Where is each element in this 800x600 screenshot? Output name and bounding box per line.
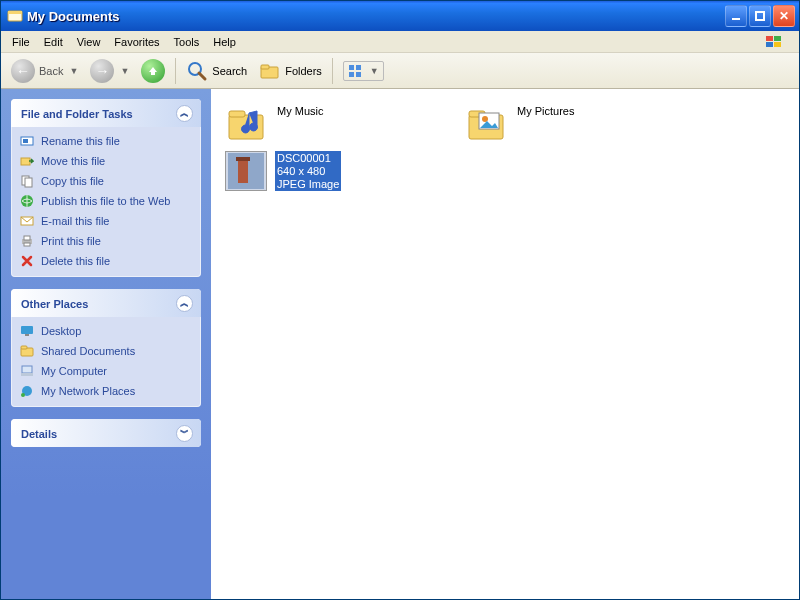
other-places-panel: Other Places ︽ Desktop Shared Documents …: [11, 289, 201, 407]
details-header[interactable]: Details ︾: [11, 419, 201, 447]
folder-view[interactable]: My Music My Pictures DSC00001 640 x 480 …: [211, 89, 799, 599]
views-dropdown-icon[interactable]: ▼: [370, 66, 379, 76]
forward-button[interactable]: → ▼: [86, 57, 133, 85]
svg-rect-7: [774, 42, 781, 47]
move-icon: [19, 153, 35, 169]
forward-icon: →: [90, 59, 114, 83]
file-tasks-header[interactable]: File and Folder Tasks ︽: [11, 99, 201, 127]
svg-rect-42: [236, 157, 250, 161]
file-item-dsc00001[interactable]: DSC00001 640 x 480 JPEG Image: [221, 147, 461, 195]
svg-rect-35: [229, 111, 245, 117]
my-computer-icon: [19, 363, 35, 379]
place-my-computer[interactable]: My Computer: [19, 361, 193, 381]
svg-rect-41: [238, 159, 248, 183]
file-tasks-title: File and Folder Tasks: [21, 108, 133, 120]
menu-view[interactable]: View: [70, 34, 108, 50]
task-label: Copy this file: [41, 175, 104, 187]
menu-favorites[interactable]: Favorites: [107, 34, 166, 50]
rename-icon: [19, 133, 35, 149]
svg-point-33: [21, 393, 25, 397]
other-places-header[interactable]: Other Places ︽: [11, 289, 201, 317]
svg-rect-25: [24, 243, 30, 246]
svg-rect-1: [8, 11, 22, 14]
menu-tools[interactable]: Tools: [167, 34, 207, 50]
print-icon: [19, 233, 35, 249]
svg-rect-13: [356, 65, 361, 70]
svg-point-39: [482, 116, 488, 122]
task-rename[interactable]: Rename this file: [19, 131, 193, 151]
task-copy[interactable]: Copy this file: [19, 171, 193, 191]
maximize-button[interactable]: [749, 5, 771, 27]
shared-docs-icon: [19, 343, 35, 359]
collapse-icon[interactable]: ︽: [176, 105, 193, 122]
toolbar: ← Back ▼ → ▼ Search Folders ▼: [1, 53, 799, 89]
back-icon: ←: [11, 59, 35, 83]
menu-help[interactable]: Help: [206, 34, 243, 50]
place-label: My Computer: [41, 365, 107, 377]
menu-file[interactable]: File: [5, 34, 37, 50]
place-network[interactable]: My Network Places: [19, 381, 193, 401]
svg-rect-30: [22, 366, 32, 373]
svg-rect-12: [349, 65, 354, 70]
svg-rect-29: [21, 346, 27, 349]
publish-icon: [19, 193, 35, 209]
menu-edit[interactable]: Edit: [37, 34, 70, 50]
item-label: My Pictures: [517, 103, 574, 117]
task-email[interactable]: E-mail this file: [19, 211, 193, 231]
task-pane: File and Folder Tasks ︽ Rename this file…: [1, 89, 211, 599]
forward-dropdown-icon[interactable]: ▼: [120, 66, 129, 76]
window-title: My Documents: [27, 9, 119, 24]
folder-item-my-pictures[interactable]: My Pictures: [461, 99, 701, 147]
image-thumb-icon: [225, 151, 267, 191]
title-bar: My Documents ✕: [1, 1, 799, 31]
svg-rect-17: [23, 139, 28, 143]
svg-line-9: [199, 73, 205, 79]
close-button[interactable]: ✕: [773, 5, 795, 27]
svg-rect-26: [21, 326, 33, 334]
svg-rect-3: [756, 12, 764, 20]
views-icon: [348, 64, 366, 78]
desktop-icon: [19, 323, 35, 339]
minimize-button[interactable]: [725, 5, 747, 27]
toolbar-separator: [332, 58, 333, 84]
task-move[interactable]: Move this file: [19, 151, 193, 171]
place-desktop[interactable]: Desktop: [19, 321, 193, 341]
file-tasks-panel: File and Folder Tasks ︽ Rename this file…: [11, 99, 201, 277]
folders-button[interactable]: Folders: [255, 59, 326, 83]
task-print[interactable]: Print this file: [19, 231, 193, 251]
svg-rect-27: [25, 334, 29, 336]
views-button[interactable]: ▼: [343, 61, 384, 81]
place-label: Shared Documents: [41, 345, 135, 357]
expand-icon[interactable]: ︾: [176, 425, 193, 442]
windows-flag-icon: [757, 32, 791, 52]
other-places-title: Other Places: [21, 298, 88, 310]
task-label: Publish this file to the Web: [41, 195, 170, 207]
svg-rect-4: [766, 36, 773, 41]
copy-icon: [19, 173, 35, 189]
back-button[interactable]: ← Back ▼: [7, 57, 82, 85]
back-dropdown-icon[interactable]: ▼: [69, 66, 78, 76]
task-label: Print this file: [41, 235, 101, 247]
window-icon: [7, 8, 23, 24]
up-button[interactable]: [137, 57, 169, 85]
details-title: Details: [21, 428, 57, 440]
folders-icon: [259, 61, 281, 81]
svg-rect-15: [356, 72, 361, 77]
svg-rect-31: [21, 373, 33, 376]
pictures-folder-icon: [465, 103, 509, 143]
task-publish[interactable]: Publish this file to the Web: [19, 191, 193, 211]
details-panel: Details ︾: [11, 419, 201, 447]
place-shared-docs[interactable]: Shared Documents: [19, 341, 193, 361]
svg-rect-11: [261, 65, 269, 69]
item-label: My Music: [277, 103, 323, 117]
svg-rect-2: [732, 18, 740, 20]
place-label: Desktop: [41, 325, 81, 337]
folder-item-my-music[interactable]: My Music: [221, 99, 461, 147]
search-button[interactable]: Search: [182, 58, 251, 84]
network-places-icon: [19, 383, 35, 399]
task-delete[interactable]: Delete this file: [19, 251, 193, 271]
menu-bar: File Edit View Favorites Tools Help: [1, 31, 799, 53]
svg-rect-14: [349, 72, 354, 77]
collapse-icon[interactable]: ︽: [176, 295, 193, 312]
svg-rect-6: [766, 42, 773, 47]
